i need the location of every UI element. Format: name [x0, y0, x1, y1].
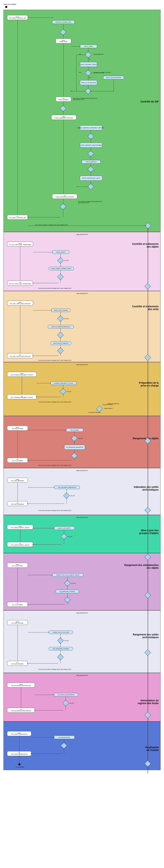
- diamond-9: [88, 184, 94, 190]
- line: [67, 593, 68, 597]
- line: [76, 55, 86, 55]
- footer-s1: Si au moins une action de l'étape est KO…: [35, 224, 68, 225]
- section-8: Rangement des métadonnéesdes objets Débu…: [3, 553, 161, 610]
- units-rules-node: UNITS_RULES_COMPUTE: [50, 341, 71, 345]
- pre-s10: Étape précédente OK: [76, 675, 88, 676]
- line: [17, 568, 18, 602]
- line: [28, 18, 52, 18]
- obj-storing-node: OBJ_STORING: [66, 428, 83, 432]
- pre-s3: Étape précédente OK: [76, 293, 88, 294]
- line: [67, 586, 68, 590]
- check-contract-node: CHECK_CONTRACT_INGEST: [80, 62, 97, 67]
- line: [17, 431, 18, 458]
- section-3: Contrôle et traitementsdes units Étape p…: [3, 291, 161, 362]
- line: [88, 48, 88, 53]
- line: [37, 383, 50, 383]
- text-t2: Si au moins un traitement de la tache es…: [78, 201, 113, 203]
- label-oui-2: Oui: [88, 77, 90, 78]
- line: [64, 530, 64, 534]
- diamond-5: [60, 105, 66, 112]
- line: [74, 432, 75, 436]
- pre-s9: Étape précédente OK: [76, 612, 88, 614]
- section-8-title: Rangement des métadonnéesdes objets: [124, 564, 159, 569]
- line: [64, 539, 64, 545]
- line: [88, 85, 88, 89]
- check-archiveprofile-node: CHECK_ARCHIVEPROFILE: [103, 76, 124, 79]
- start-s4: DébutSTP_STORAGE_AVAILABILITY_CHECK: [7, 372, 37, 377]
- unit-metadata-idx-node: UNIT_METADATA_INDEXATION: [54, 486, 80, 489]
- foot-s3: Si au moins une action de l'étape est KO…: [38, 360, 71, 361]
- start-s2: DébutSTP_OG_CHECK_AND_TRANSFORME: [7, 242, 33, 247]
- okko-s10: OK | KO: [70, 703, 74, 704]
- line: [19, 736, 19, 763]
- check-unit-schema-node: CHECK_UNIT_SCHEMA: [51, 309, 70, 312]
- line: [114, 79, 114, 91]
- text-t1: Si au moins un traitement de la tache es…: [73, 98, 108, 100]
- section-6-title: Indexation des unitésarchivistiques: [134, 486, 159, 491]
- section-11: Finalisationde l'entrée DébutSTP_INGEST_…: [3, 721, 161, 770]
- line: [33, 252, 52, 252]
- line: [64, 748, 64, 753]
- line: [31, 753, 62, 754]
- check-consistency-node: CHECK_CONSISTENCY_SELKO: [80, 176, 102, 181]
- start-s9: DébutSTP_UNIT_STORING: [7, 620, 28, 625]
- start-s8: DébutSTP_OG_STORING: [7, 563, 28, 568]
- process-storage-node: PROCESS_STORAGE_INFO: [52, 20, 75, 24]
- pre-s4b: Étape précédente OK: [108, 403, 119, 404]
- line: [74, 450, 75, 454]
- atr-notification-node: ATR_NOTIFICATION: [54, 736, 75, 739]
- pre-s2: Étape précédente OK: [76, 234, 88, 235]
- section-2: Contrôle et traitementsdes objets Étape …: [3, 232, 161, 291]
- commit-lifecycle-unit-node: COMMIT_LIFE_CYCLE_UNIT: [49, 630, 73, 634]
- label-oui-1: Oui: [88, 59, 90, 60]
- line: [66, 696, 66, 701]
- commit-lifecycle-og-node: COMMIT_LIFE_CYCLE_OBJECT_GROUP: [52, 573, 83, 577]
- line: [91, 163, 91, 167]
- fin-check-header-node: FinCHECK_HEADER: [55, 97, 71, 101]
- line: [74, 458, 75, 460]
- fin-label: Fin du workflow: [16, 767, 24, 768]
- section-3-title: Contrôle et traitementsdes units: [132, 305, 159, 311]
- og-metadata-idx-node: OG_METADATA_INDEXATION: [64, 445, 85, 450]
- section-4-title: Préparation de laprise en charge: [139, 381, 159, 387]
- okko-s2: OK | KO: [64, 260, 69, 261]
- end-s6: FinSTP_UNIT_METADATA: [7, 501, 28, 506]
- line: [91, 138, 91, 143]
- okko-s5: OK | KO: [78, 438, 83, 439]
- line: [21, 687, 21, 708]
- section-1-title: Contrôle du SIP: [140, 100, 159, 103]
- start-s7: DébutSTP_UPDATE_OBJECT_GROUP: [7, 525, 33, 529]
- line: [33, 528, 54, 528]
- end-s5: FinSTP_OG_STORING: [7, 458, 28, 463]
- section-11-title: Finalisationde l'entrée: [145, 746, 159, 751]
- start-node: DébutSTP_INGEST_CONTROL_SIP: [7, 15, 28, 20]
- foot-s6: Si au moins une action de l'étape est KO…: [38, 510, 71, 511]
- object-list-empty-node: OBJECT_LIST_EMPTY: [54, 526, 75, 530]
- end-s8: FinSTP_OG_STORING: [7, 602, 28, 607]
- end-s9: FinSTP_UNIT_STORING: [7, 661, 28, 666]
- section-7-title: Mise à jour desgroupes d'objets: [139, 529, 159, 534]
- unit-metadata-storage-node: UNIT_METADATA_STORAGE: [49, 647, 73, 650]
- line: [88, 67, 88, 71]
- okko-s6: OK | KO: [70, 495, 75, 496]
- line: [28, 575, 52, 575]
- line: [76, 128, 80, 128]
- line: [91, 148, 91, 151]
- check-manifest-dov-node: CHECK_MANIFEST_DATAOBJECT_VERSION: [80, 125, 102, 130]
- line: [28, 430, 66, 430]
- line: [90, 73, 103, 73]
- section-1: Contrôle du SIP DébutSTP_INGEST_CONTROL_…: [3, 10, 161, 232]
- start-s6: DébutSTP_UNIT_METADATA: [7, 478, 28, 483]
- line: [67, 602, 68, 604]
- okko-s4: OK | KO: [67, 391, 71, 392]
- header-title: Statut du workflow: [3, 3, 161, 5]
- global-connector: [148, 228, 148, 774]
- check-classification-node: CHECK_CLASSIFICATION/LEVEL: [48, 325, 74, 329]
- pre-s6: Étape précédente OK: [76, 470, 88, 471]
- section-10: Alimentation duregistre des fonds Étape …: [3, 673, 161, 721]
- okko-s7: OK | KO: [68, 536, 72, 537]
- pre-s4: Étape précédente OK: [76, 364, 88, 365]
- end-s4: FinSTP_STORAGE_AVAILABILITY_CHECK: [7, 395, 37, 399]
- section-2-title: Contrôle et traitementsdes objets: [132, 243, 159, 248]
- line: [74, 441, 75, 445]
